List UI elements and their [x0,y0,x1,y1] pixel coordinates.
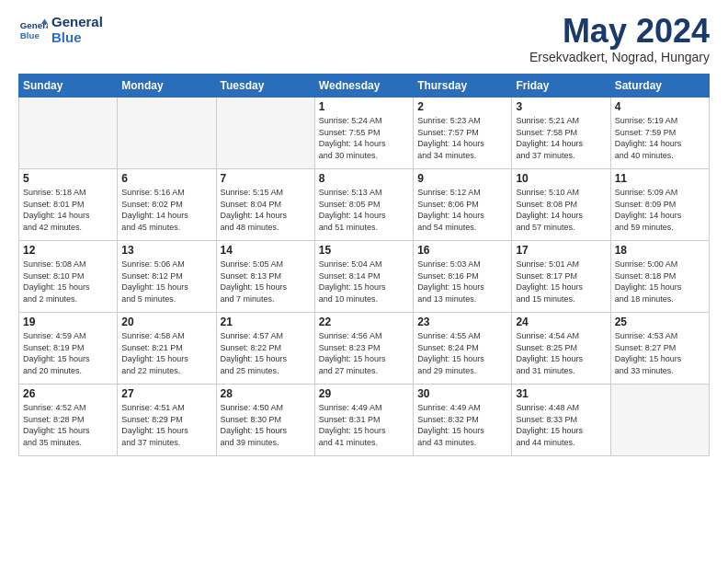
day-info: Sunrise: 5:03 AM Sunset: 8:16 PM Dayligh… [417,259,507,304]
table-row: 2Sunrise: 5:23 AM Sunset: 7:57 PM Daylig… [414,98,512,169]
day-info: Sunrise: 4:57 AM Sunset: 8:22 PM Dayligh… [221,330,311,376]
day-info: Sunrise: 4:53 AM Sunset: 8:27 PM Dayligh… [615,330,705,376]
day-number: 16 [417,244,507,257]
day-info: Sunrise: 5:15 AM Sunset: 8:04 PM Dayligh… [221,187,311,233]
col-thursday: Thursday [414,75,512,98]
day-info: Sunrise: 5:00 AM Sunset: 8:18 PM Dayligh… [615,259,705,304]
table-row: 27Sunrise: 4:51 AM Sunset: 8:29 PM Dayli… [118,385,216,456]
table-row: 11Sunrise: 5:09 AM Sunset: 8:09 PM Dayli… [610,169,709,241]
day-info: Sunrise: 5:24 AM Sunset: 7:55 PM Dayligh… [319,115,409,161]
day-number: 4 [615,100,705,113]
day-info: Sunrise: 4:58 AM Sunset: 8:21 PM Dayligh… [121,330,211,376]
day-info: Sunrise: 5:09 AM Sunset: 8:09 PM Dayligh… [615,187,705,233]
day-info: Sunrise: 5:10 AM Sunset: 8:08 PM Dayligh… [516,187,606,233]
calendar-week-2: 5Sunrise: 5:18 AM Sunset: 8:01 PM Daylig… [19,169,710,241]
day-number: 15 [319,244,409,257]
day-info: Sunrise: 5:04 AM Sunset: 8:14 PM Dayligh… [319,259,409,304]
col-tuesday: Tuesday [216,75,314,98]
table-row: 18Sunrise: 5:00 AM Sunset: 8:18 PM Dayli… [610,241,709,313]
col-saturday: Saturday [610,75,709,98]
table-row: 26Sunrise: 4:52 AM Sunset: 8:28 PM Dayli… [19,385,118,456]
day-number: 13 [121,244,211,257]
day-number: 11 [615,172,705,185]
col-friday: Friday [512,75,610,98]
day-info: Sunrise: 4:48 AM Sunset: 8:33 PM Dayligh… [516,402,606,448]
table-row: 20Sunrise: 4:58 AM Sunset: 8:21 PM Dayli… [118,313,216,385]
table-row: 13Sunrise: 5:06 AM Sunset: 8:12 PM Dayli… [118,241,216,313]
table-row [118,98,216,169]
day-info: Sunrise: 4:49 AM Sunset: 8:32 PM Dayligh… [417,402,507,448]
table-row: 19Sunrise: 4:59 AM Sunset: 8:19 PM Dayli… [19,313,118,385]
day-number: 5 [23,172,113,185]
calendar-week-1: 1Sunrise: 5:24 AM Sunset: 7:55 PM Daylig… [19,98,710,169]
col-wednesday: Wednesday [314,75,413,98]
calendar-body: 1Sunrise: 5:24 AM Sunset: 7:55 PM Daylig… [19,98,710,456]
table-row: 28Sunrise: 4:50 AM Sunset: 8:30 PM Dayli… [216,385,314,456]
table-row: 17Sunrise: 5:01 AM Sunset: 8:17 PM Dayli… [512,241,610,313]
table-row: 14Sunrise: 5:05 AM Sunset: 8:13 PM Dayli… [216,241,314,313]
svg-text:Blue: Blue [20,29,40,40]
col-monday: Monday [118,75,216,98]
day-number: 9 [417,172,507,185]
day-info: Sunrise: 5:06 AM Sunset: 8:12 PM Dayligh… [121,259,211,304]
day-info: Sunrise: 5:19 AM Sunset: 7:59 PM Dayligh… [615,115,705,161]
day-number: 22 [319,316,409,328]
day-number: 19 [23,316,113,328]
table-row: 21Sunrise: 4:57 AM Sunset: 8:22 PM Dayli… [216,313,314,385]
table-row: 23Sunrise: 4:55 AM Sunset: 8:24 PM Dayli… [414,313,512,385]
table-row: 1Sunrise: 5:24 AM Sunset: 7:55 PM Daylig… [314,98,413,169]
day-info: Sunrise: 5:12 AM Sunset: 8:06 PM Dayligh… [417,187,507,233]
day-number: 26 [23,387,113,400]
table-row: 9Sunrise: 5:12 AM Sunset: 8:06 PM Daylig… [414,169,512,241]
day-info: Sunrise: 4:59 AM Sunset: 8:19 PM Dayligh… [23,330,113,376]
day-number: 14 [221,244,311,257]
day-number: 23 [417,316,507,328]
day-info: Sunrise: 4:54 AM Sunset: 8:25 PM Dayligh… [516,330,606,376]
day-number: 25 [615,316,705,328]
table-row: 15Sunrise: 5:04 AM Sunset: 8:14 PM Dayli… [314,241,413,313]
day-number: 29 [319,387,409,400]
calendar: Sunday Monday Tuesday Wednesday Thursday… [18,74,710,456]
day-number: 18 [615,244,705,257]
day-number: 21 [221,316,311,328]
day-number: 8 [319,172,409,185]
calendar-week-3: 12Sunrise: 5:08 AM Sunset: 8:10 PM Dayli… [19,241,710,313]
day-info: Sunrise: 4:49 AM Sunset: 8:31 PM Dayligh… [319,402,409,448]
day-info: Sunrise: 4:50 AM Sunset: 8:30 PM Dayligh… [221,402,311,448]
table-row [610,385,709,456]
calendar-week-5: 26Sunrise: 4:52 AM Sunset: 8:28 PM Dayli… [19,385,710,456]
page: General Blue General Blue May 2024 Ersek… [0,0,728,465]
table-row: 8Sunrise: 5:13 AM Sunset: 8:05 PM Daylig… [314,169,413,241]
day-info: Sunrise: 5:08 AM Sunset: 8:10 PM Dayligh… [23,259,113,304]
day-info: Sunrise: 5:16 AM Sunset: 8:02 PM Dayligh… [121,187,211,233]
table-row: 4Sunrise: 5:19 AM Sunset: 7:59 PM Daylig… [610,98,709,169]
month-title: May 2024 [529,15,710,48]
day-number: 10 [516,172,606,185]
logo-icon: General Blue [18,16,48,45]
table-row: 6Sunrise: 5:16 AM Sunset: 8:02 PM Daylig… [118,169,216,241]
table-row: 31Sunrise: 4:48 AM Sunset: 8:33 PM Dayli… [512,385,610,456]
col-sunday: Sunday [19,75,118,98]
title-block: May 2024 Ersekvadkert, Nograd, Hungary [529,15,710,64]
table-row: 10Sunrise: 5:10 AM Sunset: 8:08 PM Dayli… [512,169,610,241]
table-row: 30Sunrise: 4:49 AM Sunset: 8:32 PM Dayli… [414,385,512,456]
logo-general: General [51,15,103,30]
table-row: 25Sunrise: 4:53 AM Sunset: 8:27 PM Dayli… [610,313,709,385]
table-row: 16Sunrise: 5:03 AM Sunset: 8:16 PM Dayli… [414,241,512,313]
header: General Blue General Blue May 2024 Ersek… [18,15,710,64]
day-number: 1 [319,100,409,113]
day-number: 24 [516,316,606,328]
day-info: Sunrise: 5:13 AM Sunset: 8:05 PM Dayligh… [319,187,409,233]
day-info: Sunrise: 4:52 AM Sunset: 8:28 PM Dayligh… [23,402,113,448]
location: Ersekvadkert, Nograd, Hungary [529,50,710,64]
table-row: 5Sunrise: 5:18 AM Sunset: 8:01 PM Daylig… [19,169,118,241]
day-number: 28 [221,387,311,400]
day-info: Sunrise: 5:18 AM Sunset: 8:01 PM Dayligh… [23,187,113,233]
day-number: 7 [221,172,311,185]
table-row [19,98,118,169]
day-number: 17 [516,244,606,257]
table-row [216,98,314,169]
day-number: 20 [121,316,211,328]
logo: General Blue General Blue [18,15,103,45]
day-info: Sunrise: 5:21 AM Sunset: 7:58 PM Dayligh… [516,115,606,161]
